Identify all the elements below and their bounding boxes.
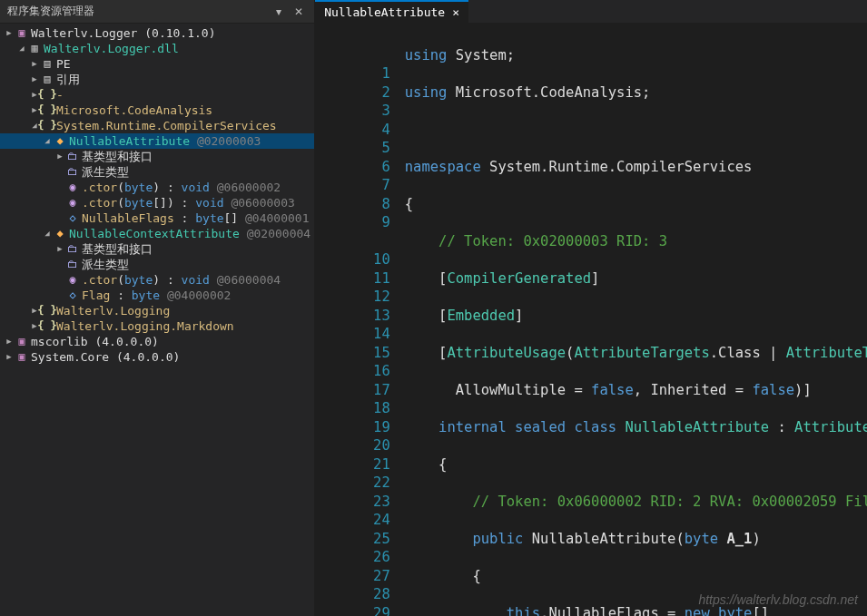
tree-node-basetypes[interactable]: ▶ 🗀 基类型和接口: [0, 241, 314, 257]
tree-node-field[interactable]: ◇ Flag : byte @04000002: [0, 288, 314, 303]
namespace-icon: { }: [40, 318, 54, 334]
tree-node-assembly[interactable]: ▶ ▣ mscorlib (4.0.0.0): [0, 334, 314, 349]
expand-icon[interactable]: ▶: [4, 334, 15, 349]
tab-nullableattribute[interactable]: NullableAttribute ×: [315, 0, 468, 23]
tree-node-namespace[interactable]: ▶ { } Walterlv.Logging: [0, 303, 314, 318]
close-icon[interactable]: ×: [452, 5, 459, 19]
collapse-icon[interactable]: ◢: [16, 41, 27, 56]
method-icon: ◉: [65, 180, 80, 195]
assembly-icon: ▣: [15, 349, 29, 365]
code-editor[interactable]: 123456789 101112131415161718192021222324…: [315, 24, 867, 616]
method-icon: ◉: [65, 272, 80, 288]
expand-icon[interactable]: ▶: [29, 56, 40, 72]
assembly-explorer-panel: 程序集资源管理器 ▾ ✕ ▶ ▣ Walterlv.Logger (0.10.1…: [0, 0, 315, 616]
tree-node-assembly[interactable]: ▶ ▣ Walterlv.Logger (0.10.1.0): [0, 25, 314, 41]
expand-icon[interactable]: ▶: [4, 349, 15, 365]
namespace-icon: { }: [40, 118, 54, 133]
collapse-icon[interactable]: ◢: [42, 226, 53, 241]
namespace-icon: { }: [40, 303, 54, 318]
field-icon: ◇: [65, 210, 80, 226]
tree-node-basetypes[interactable]: ▶ 🗀 基类型和接口: [0, 149, 314, 164]
folder-icon: 🗀: [65, 164, 80, 180]
tab-bar: NullableAttribute ×: [315, 0, 867, 24]
close-icon[interactable]: ✕: [291, 5, 307, 19]
tree-node-method[interactable]: ◉ .ctor(byte) : void @06000004: [0, 272, 314, 288]
tree-node-method[interactable]: ◉ .ctor(byte) : void @06000002: [0, 180, 314, 195]
class-icon: ◆: [53, 133, 67, 149]
namespace-icon: { }: [40, 87, 54, 103]
tree-node-class-selected[interactable]: ◢ ◆ NullableAttribute @02000003: [0, 133, 314, 149]
tab-label: NullableAttribute: [324, 5, 445, 19]
panel-title: 程序集资源管理器: [7, 4, 94, 19]
tree-node-class[interactable]: ◢ ◆ NullableContextAttribute @02000004: [0, 226, 314, 241]
tree-node-assembly[interactable]: ▶ ▣ System.Core (4.0.0.0): [0, 349, 314, 365]
code-content[interactable]: using System; using Microsoft.CodeAnalys…: [405, 24, 867, 616]
module-icon: ▦: [27, 41, 42, 56]
tree-node-references[interactable]: ▶ ▤ 引用: [0, 72, 314, 87]
expand-icon[interactable]: ▶: [54, 241, 65, 257]
tree-node-namespace[interactable]: ▶ { } Walterlv.Logging.Markdown: [0, 318, 314, 334]
references-icon: ▤: [40, 72, 54, 87]
assembly-icon: ▣: [15, 334, 29, 349]
folder-icon: 🗀: [65, 149, 80, 164]
tree-node-namespace[interactable]: ◢ { } System.Runtime.CompilerServices: [0, 118, 314, 133]
class-icon: ◆: [53, 226, 67, 241]
assembly-tree[interactable]: ▶ ▣ Walterlv.Logger (0.10.1.0) ◢ ▦ Walte…: [0, 24, 314, 616]
folder-icon: 🗀: [65, 241, 80, 257]
expand-icon[interactable]: ▶: [54, 149, 65, 164]
tree-node-method[interactable]: ◉ .ctor(byte[]) : void @06000003: [0, 195, 314, 210]
pin-icon[interactable]: ▾: [271, 5, 287, 19]
field-icon: ◇: [65, 288, 80, 303]
tree-node-module[interactable]: ◢ ▦ Walterlv.Logger.dll: [0, 41, 314, 56]
expand-icon[interactable]: ▶: [29, 72, 40, 87]
tree-node-derived[interactable]: 🗀 派生类型: [0, 164, 314, 180]
tree-node-namespace[interactable]: ▶ { } -: [0, 87, 314, 103]
watermark: https://walterlv.blog.csdn.net: [698, 592, 858, 607]
assembly-icon: ▣: [15, 25, 29, 41]
collapse-icon[interactable]: ◢: [42, 133, 53, 149]
namespace-icon: { }: [40, 103, 54, 118]
editor-area: NullableAttribute × 123456789 1011121314…: [315, 0, 867, 616]
pe-icon: ▤: [40, 56, 54, 72]
tree-node-pe[interactable]: ▶ ▤ PE: [0, 56, 314, 72]
expand-icon[interactable]: ▶: [4, 25, 15, 41]
folder-icon: 🗀: [65, 257, 80, 272]
tree-node-derived[interactable]: 🗀 派生类型: [0, 257, 314, 272]
panel-header: 程序集资源管理器 ▾ ✕: [0, 0, 314, 24]
line-gutter: 123456789 101112131415161718192021222324…: [315, 24, 405, 616]
tree-node-field[interactable]: ◇ NullableFlags : byte[] @04000001: [0, 210, 314, 226]
method-icon: ◉: [65, 195, 80, 210]
tree-node-namespace[interactable]: ▶ { } Microsoft.CodeAnalysis: [0, 103, 314, 118]
